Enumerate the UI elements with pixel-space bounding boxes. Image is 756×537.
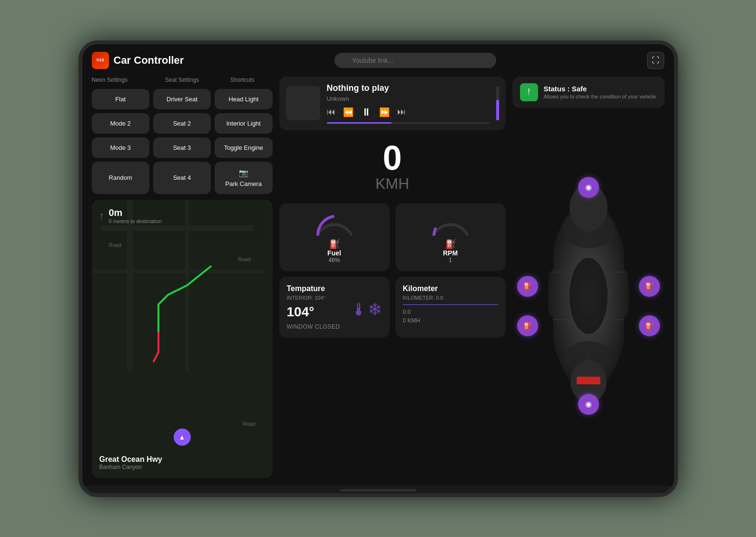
fuel-label: Fuel bbox=[327, 249, 341, 257]
back-button[interactable]: ⏪ bbox=[343, 107, 353, 117]
music-player: Nothing to play Unkown ⏮ ⏪ ⏸ ⏩ ⏭ bbox=[279, 77, 506, 130]
seat-section-header: Seat Settings bbox=[152, 77, 212, 83]
nav-arrow-icon: ▲ bbox=[179, 433, 186, 441]
seat3-button[interactable]: Seat 3 bbox=[153, 137, 211, 158]
fullscreen-button[interactable]: ⛶ bbox=[647, 52, 664, 69]
direction-arrow: ↑ bbox=[99, 210, 104, 221]
flat-button[interactable]: Flat bbox=[92, 89, 149, 109]
speed-unit: KMH bbox=[279, 175, 506, 193]
head-light-button[interactable]: Head Light bbox=[215, 89, 272, 109]
album-art bbox=[286, 86, 320, 120]
music-title: Nothing to play bbox=[327, 83, 490, 93]
status-text-area: Status : Safe Allows you to check the co… bbox=[544, 85, 656, 99]
progress-fill bbox=[327, 122, 392, 124]
mode2-button[interactable]: Mode 2 bbox=[92, 113, 149, 134]
fuel-gauge-card: ⛽ Fuel 46% bbox=[279, 203, 390, 271]
car-svg-container: ◉ ⛽ ⛽ ⛽ ⛽ bbox=[527, 172, 650, 420]
interior-light-button[interactable]: Interior Light bbox=[215, 113, 272, 134]
car-dot-left-front[interactable]: ⛽ bbox=[517, 276, 538, 297]
speedometer: 0 KMH bbox=[279, 136, 506, 197]
neon-section-header: Neon Settings bbox=[92, 77, 152, 83]
car-dot-left-rear[interactable]: ⛽ bbox=[517, 315, 538, 336]
status-icon: ! bbox=[520, 83, 538, 101]
thermometer-icon: 🌡❄ bbox=[351, 300, 382, 320]
distance-subtitle: 0 meters to destination bbox=[109, 218, 162, 224]
music-controls: ⏮ ⏪ ⏸ ⏩ ⏭ bbox=[327, 106, 490, 118]
home-indicator bbox=[340, 489, 416, 491]
left-front-icon: ⛽ bbox=[523, 282, 532, 291]
right-panel: ! Status : Safe Allows you to check the … bbox=[512, 77, 665, 478]
km-divider bbox=[403, 304, 498, 305]
fuel-value: 46% bbox=[328, 257, 340, 264]
kilometer-card: Kilometer KILOMETER: 0.0 0.0 0 KMH bbox=[395, 277, 506, 338]
car-dot-right-rear[interactable]: ⛽ bbox=[639, 315, 660, 336]
road-label-2: Road bbox=[238, 256, 250, 262]
km-value1: 0.0 bbox=[403, 309, 498, 315]
car-view: ◉ ⛽ ⛽ ⛽ ⛽ bbox=[512, 114, 665, 478]
road-label-1: Road bbox=[109, 242, 121, 248]
search-input[interactable] bbox=[334, 53, 496, 68]
km-subtitle: KILOMETER: 0.0 bbox=[403, 295, 498, 301]
temp-title: Tempature bbox=[287, 284, 382, 293]
info-cards-row: Tempature INTERIOR: 104° 104° 🌡❄ WINDOW … bbox=[279, 277, 506, 338]
next-button[interactable]: ⏭ bbox=[397, 107, 406, 117]
driver-seat-button[interactable]: Driver Seat bbox=[153, 89, 211, 109]
search-container: 🔍 bbox=[334, 53, 496, 68]
volume-fill bbox=[496, 100, 499, 120]
fuel-icon: ⛽ bbox=[329, 239, 340, 249]
status-card: ! Status : Safe Allows you to check the … bbox=[512, 77, 665, 108]
rpm-icon: ⛽ bbox=[445, 239, 456, 249]
right-rear-icon: ⛽ bbox=[645, 322, 654, 331]
mode3-button[interactable]: Mode 3 bbox=[92, 137, 149, 158]
nav-dot: ▲ bbox=[174, 429, 191, 446]
prev-button[interactable]: ⏮ bbox=[327, 107, 335, 117]
car-dot-bottom[interactable]: ◉ bbox=[578, 394, 599, 415]
toggle-engine-button[interactable]: Toggle Engine bbox=[215, 137, 272, 158]
header: V10 Car Controller 🔍 ⛶ bbox=[92, 52, 665, 69]
main-content: Neon Settings Seat Settings Shortcuts Fl… bbox=[92, 77, 665, 478]
location-name: Great Ocean Hwy bbox=[99, 455, 265, 464]
music-artist: Unkown bbox=[327, 95, 490, 102]
status-title: Status : Safe bbox=[544, 85, 656, 93]
music-info: Nothing to play Unkown ⏮ ⏪ ⏸ ⏩ ⏭ bbox=[327, 83, 490, 124]
control-button-grid: Flat Driver Seat Head Light Mode 2 Seat … bbox=[92, 89, 273, 194]
distance-info: ↑ 0m 0 meters to destination bbox=[99, 207, 265, 224]
camera-icon: 📷 bbox=[239, 168, 248, 177]
distance-value: 0m bbox=[109, 207, 162, 218]
map-content: ↑ 0m 0 meters to destination Road Road R… bbox=[99, 207, 265, 470]
map-panel: ↑ 0m 0 meters to destination Road Road R… bbox=[92, 200, 273, 478]
status-description: Allows you to check the condition of you… bbox=[544, 94, 656, 99]
right-front-icon: ⛽ bbox=[645, 282, 654, 291]
seat4-button[interactable]: Seat 4 bbox=[153, 162, 211, 194]
km-title: Kilometer bbox=[403, 284, 498, 293]
logo-area: V10 Car Controller bbox=[92, 52, 184, 69]
park-camera-button[interactable]: 📷 Park Camera bbox=[215, 162, 272, 194]
temp-value: 104° bbox=[287, 304, 314, 320]
app-title: Car Controller bbox=[114, 54, 184, 67]
map-footer: Great Ocean Hwy Banham Canyon bbox=[99, 455, 265, 470]
play-button[interactable]: ⏸ bbox=[361, 106, 372, 118]
seat2-button[interactable]: Seat 2 bbox=[153, 113, 211, 134]
rpm-label: RPM bbox=[443, 249, 458, 257]
rpm-value: 1 bbox=[449, 257, 452, 264]
svg-rect-9 bbox=[540, 239, 553, 272]
car-dot-top[interactable]: ◉ bbox=[578, 177, 599, 198]
center-panel: Nothing to play Unkown ⏮ ⏪ ⏸ ⏩ ⏭ bbox=[279, 77, 506, 478]
bottom-indicator-icon: ◉ bbox=[585, 400, 592, 409]
svg-rect-17 bbox=[577, 377, 600, 384]
volume-bar[interactable] bbox=[496, 86, 499, 120]
car-dot-right-front[interactable]: ⛽ bbox=[639, 276, 660, 297]
km-value2: 0 KMH bbox=[403, 317, 498, 324]
tablet-frame: V10 Car Controller 🔍 ⛶ Neon Settings Sea… bbox=[79, 40, 678, 497]
random-button[interactable]: Random bbox=[92, 162, 149, 194]
section-headers: Neon Settings Seat Settings Shortcuts bbox=[92, 77, 273, 83]
temp-value-row: 104° 🌡❄ bbox=[287, 304, 382, 320]
svg-rect-10 bbox=[540, 315, 553, 348]
car-body-svg bbox=[536, 182, 641, 410]
app-container: V10 Car Controller 🔍 ⛶ Neon Settings Sea… bbox=[82, 44, 674, 486]
fuel-arc bbox=[313, 211, 356, 239]
left-rear-icon: ⛽ bbox=[523, 322, 532, 331]
svg-point-16 bbox=[569, 258, 608, 334]
forward-button[interactable]: ⏩ bbox=[379, 107, 390, 117]
progress-bar[interactable] bbox=[327, 122, 490, 124]
